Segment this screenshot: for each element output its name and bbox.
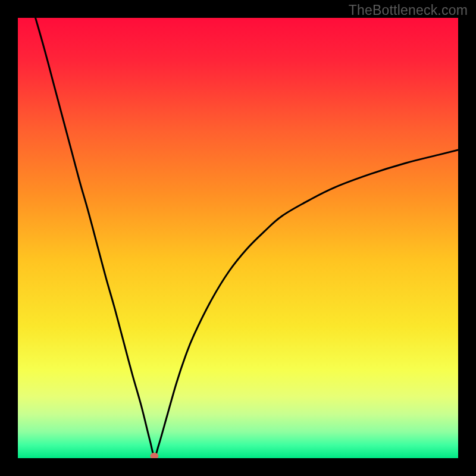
plot-area (18, 18, 458, 458)
chart-container: { "watermark": "TheBottleneck.com", "pal… (0, 0, 476, 476)
bottleneck-chart (18, 18, 458, 458)
watermark-text: TheBottleneck.com (349, 2, 468, 18)
gradient-background (18, 18, 458, 458)
